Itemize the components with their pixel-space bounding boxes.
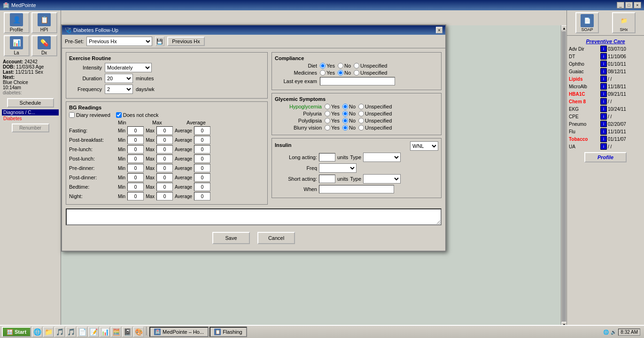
polyuria-unspecified-radio[interactable] [358,111,364,116]
medicines-no-label[interactable]: No [338,70,351,76]
diet-yes-radio[interactable] [320,63,326,69]
scroll-up-btn[interactable]: ▲ [561,25,566,31]
polydipsia-yes-label[interactable]: Yes [325,118,340,123]
postlunch-avg-input[interactable] [194,154,210,163]
start-button[interactable]: 🪟 Start [2,327,31,337]
taskbar-notepad-icon[interactable]: 📓 [122,327,132,337]
polydipsia-no-radio[interactable] [342,118,348,123]
blurry-vision-unspecified-radio[interactable] [358,125,364,131]
short-acting-units-input[interactable] [319,175,335,183]
frequency-dropdown[interactable]: 2 1 3 4 5 6 7 [105,84,133,94]
predinner-avg-input[interactable] [194,164,210,172]
save-preset-button[interactable]: 💾 [155,37,164,46]
medicines-unspecified-label[interactable]: Unspecified [354,70,387,76]
maximize-button[interactable]: □ [625,2,633,8]
long-freq-dropdown[interactable] [319,163,357,173]
fasting-max-input[interactable] [156,126,173,135]
predinner-min-input[interactable] [127,164,144,172]
blurry-vision-unspecified-label[interactable]: Unspecified [358,125,392,131]
renumber-button[interactable]: Renumber [12,123,49,132]
postdinner-min-input[interactable] [127,173,144,182]
hypoglycemia-unspecified-label[interactable]: Unspecified [358,104,392,109]
predinner-max-input[interactable] [156,164,173,172]
blurry-vision-no-radio[interactable] [342,125,348,131]
microalb-info-btn[interactable]: i [600,83,607,90]
diagnosis-header[interactable]: Diagnosis / C... [2,109,59,115]
last-eye-input[interactable] [320,77,395,85]
taskbar-excel-icon[interactable]: 📊 [100,327,110,337]
does-not-check-label[interactable]: Does not check [116,112,159,118]
lipids-info-btn[interactable]: i [600,76,607,82]
night-max-input[interactable] [156,192,173,200]
hba1c-info-btn[interactable]: i [600,91,607,97]
taskbar-ie-icon[interactable]: 🌐 [32,327,42,337]
hypoglycemia-yes-label[interactable]: Yes [325,104,340,109]
taskbar-flashing-app[interactable]: 📋 Flashing [209,327,247,337]
long-acting-type-dropdown[interactable] [363,153,401,162]
flu-info-btn[interactable]: i [600,128,607,135]
hypoglycemia-unspecified-radio[interactable] [358,104,364,109]
soap-button[interactable]: 📄 SOAP [575,12,599,33]
taskbar-winamp-icon[interactable]: 🎵 [66,327,76,337]
tobacco-info-btn[interactable]: i [600,136,607,142]
notes-textarea[interactable] [66,208,442,225]
polydipsia-no-label[interactable]: No [342,118,356,123]
taskbar-calc-icon[interactable]: 🧮 [111,327,121,337]
hpi-button[interactable]: 📋 HPI [31,12,57,33]
when-input[interactable] [319,185,394,193]
short-acting-type-dropdown[interactable] [363,174,401,184]
shx-button[interactable]: 📁 SHx [612,12,636,33]
fasting-avg-input[interactable] [194,126,210,135]
ophtho-info-btn[interactable]: i [600,61,607,67]
night-avg-input[interactable] [194,192,210,200]
postdinner-max-input[interactable] [156,173,173,182]
hypoglycemia-no-radio[interactable] [342,104,348,109]
postlunch-min-input[interactable] [127,154,144,163]
polyuria-yes-label[interactable]: Yes [325,111,340,116]
blurry-vision-yes-radio[interactable] [325,125,330,131]
intensity-dropdown[interactable]: Moderately Lightly Vigorously None [105,63,152,72]
taskbar-explorer-icon[interactable]: 📁 [43,327,54,337]
polydipsia-yes-radio[interactable] [325,118,330,123]
polydipsia-unspecified-radio[interactable] [358,118,364,123]
diet-unspecified-label[interactable]: Unspecified [354,63,387,69]
does-not-check-checkbox[interactable] [116,112,122,118]
bedtime-max-input[interactable] [156,183,173,191]
guaiac-info-btn[interactable]: i [600,68,607,75]
prelunch-min-input[interactable] [127,145,144,154]
close-button[interactable]: × [634,2,641,8]
diabetes-diagnosis[interactable]: Diabetes [2,115,59,122]
medicines-unspecified-radio[interactable] [354,70,359,76]
postbreakfast-avg-input[interactable] [194,136,210,144]
taskbar-media-icon[interactable]: 🎵 [54,327,65,337]
taskbar-paint-icon[interactable]: 🎨 [133,327,144,337]
polyuria-yes-radio[interactable] [325,111,330,116]
profile-button[interactable]: 👤 Profile [4,12,30,33]
dx-button[interactable]: 📊 La [4,35,30,56]
prelunch-avg-input[interactable] [194,145,210,154]
bedtime-avg-input[interactable] [194,183,210,191]
fasting-min-input[interactable] [127,126,144,135]
dialog-close-button[interactable]: × [436,27,442,33]
wnl-dropdown[interactable]: WNL [410,141,438,151]
cpt-button[interactable]: 💊 Dx [31,35,57,56]
save-button[interactable]: Save [212,232,250,244]
diet-unspecified-radio[interactable] [354,63,359,69]
preventive-profile-button[interactable]: Profile [584,152,627,162]
cpe-info-btn[interactable]: i [600,113,607,120]
hypoglycemia-yes-radio[interactable] [325,104,330,109]
hypoglycemia-no-label[interactable]: No [342,104,356,109]
blurry-vision-no-label[interactable]: No [342,125,356,131]
postbreakfast-max-input[interactable] [156,136,173,144]
medicines-yes-radio[interactable] [320,70,326,76]
postlunch-max-input[interactable] [156,154,173,163]
long-acting-units-input[interactable] [319,153,335,161]
bedtime-min-input[interactable] [127,183,144,191]
prelunch-max-input[interactable] [156,145,173,154]
dt-info-btn[interactable]: i [600,53,607,60]
polyuria-no-radio[interactable] [342,111,348,116]
ua-info-btn[interactable]: i [600,143,607,150]
postdinner-avg-input[interactable] [194,173,210,182]
diary-reviewed-label[interactable]: Diary reviewed [69,112,110,118]
preset-dropdown[interactable]: Previous Hx [86,37,152,46]
